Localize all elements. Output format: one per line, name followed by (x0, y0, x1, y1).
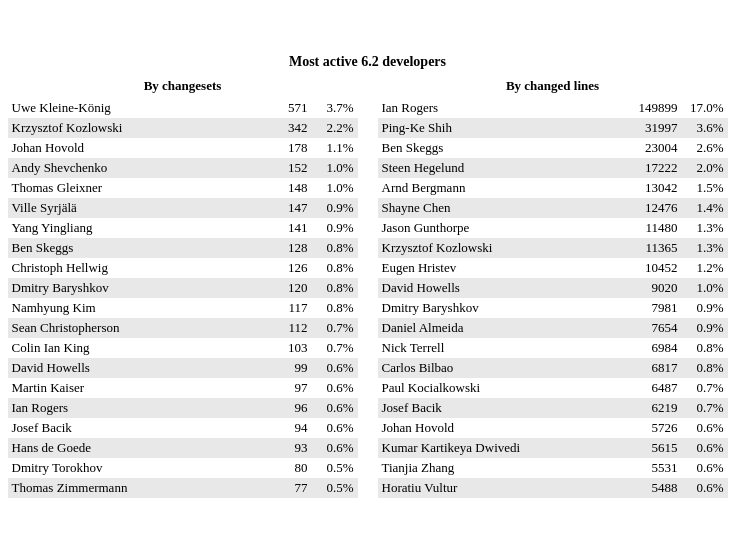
left-row-name: Ben Skeggs (12, 240, 264, 256)
right-row-pct: 1.0% (684, 280, 724, 296)
left-row-pct: 0.6% (314, 360, 354, 376)
left-table-row: Martin Kaiser 97 0.6% (8, 378, 358, 398)
left-row-name: Thomas Gleixner (12, 180, 264, 196)
right-row-count: 5488 (619, 480, 684, 496)
left-row-name: Dmitry Baryshkov (12, 280, 264, 296)
right-row-count: 13042 (619, 180, 684, 196)
left-table-row: Yang Yingliang 141 0.9% (8, 218, 358, 238)
left-row-name: Uwe Kleine-König (12, 100, 264, 116)
left-row-name: Krzysztof Kozlowski (12, 120, 264, 136)
right-row-count: 31997 (619, 120, 684, 136)
left-row-count: 103 (264, 340, 314, 356)
right-table-row: Johan Hovold 5726 0.6% (378, 418, 728, 438)
left-row-pct: 1.1% (314, 140, 354, 156)
right-row-pct: 1.2% (684, 260, 724, 276)
left-row-count: 126 (264, 260, 314, 276)
left-table-row: Josef Bacik 94 0.6% (8, 418, 358, 438)
left-row-count: 117 (264, 300, 314, 316)
left-row-pct: 3.7% (314, 100, 354, 116)
right-header: By changed lines (378, 78, 728, 94)
left-row-pct: 0.6% (314, 440, 354, 456)
right-row-pct: 2.6% (684, 140, 724, 156)
left-row-name: Martin Kaiser (12, 380, 264, 396)
main-container: Most active 6.2 developers By changesets… (8, 44, 728, 508)
right-row-name: Ian Rogers (382, 100, 619, 116)
left-row-count: 96 (264, 400, 314, 416)
right-row-name: Josef Bacik (382, 400, 619, 416)
left-table-row: David Howells 99 0.6% (8, 358, 358, 378)
right-row-pct: 1.5% (684, 180, 724, 196)
left-row-name: David Howells (12, 360, 264, 376)
right-row-pct: 0.7% (684, 380, 724, 396)
right-row-name: David Howells (382, 280, 619, 296)
left-row-name: Dmitry Torokhov (12, 460, 264, 476)
right-table-row: Ping-Ke Shih 31997 3.6% (378, 118, 728, 138)
right-row-name: Ben Skeggs (382, 140, 619, 156)
left-row-pct: 0.7% (314, 340, 354, 356)
right-table-row: Josef Bacik 6219 0.7% (378, 398, 728, 418)
right-table-row: Kumar Kartikeya Dwivedi 5615 0.6% (378, 438, 728, 458)
right-table-row: Arnd Bergmann 13042 1.5% (378, 178, 728, 198)
right-row-count: 6817 (619, 360, 684, 376)
left-row-name: Yang Yingliang (12, 220, 264, 236)
left-row-count: 93 (264, 440, 314, 456)
right-table-row: Dmitry Baryshkov 7981 0.9% (378, 298, 728, 318)
right-row-count: 6984 (619, 340, 684, 356)
right-row-name: Tianjia Zhang (382, 460, 619, 476)
left-row-name: Hans de Goede (12, 440, 264, 456)
left-row-count: 128 (264, 240, 314, 256)
right-row-name: Daniel Almeida (382, 320, 619, 336)
right-row-count: 5726 (619, 420, 684, 436)
left-row-count: 112 (264, 320, 314, 336)
right-row-count: 7981 (619, 300, 684, 316)
right-table-row: Ben Skeggs 23004 2.6% (378, 138, 728, 158)
right-row-name: Horatiu Vultur (382, 480, 619, 496)
right-row-count: 6219 (619, 400, 684, 416)
left-row-count: 141 (264, 220, 314, 236)
right-row-name: Nick Terrell (382, 340, 619, 356)
right-column: By changed lines Ian Rogers 149899 17.0%… (378, 78, 728, 498)
right-row-count: 5531 (619, 460, 684, 476)
left-row-pct: 0.7% (314, 320, 354, 336)
right-row-count: 11480 (619, 220, 684, 236)
left-row-name: Ian Rogers (12, 400, 264, 416)
right-row-name: Jason Gunthorpe (382, 220, 619, 236)
left-table-row: Christoph Hellwig 126 0.8% (8, 258, 358, 278)
right-table-row: Paul Kocialkowski 6487 0.7% (378, 378, 728, 398)
right-table-row: Nick Terrell 6984 0.8% (378, 338, 728, 358)
left-row-pct: 0.9% (314, 200, 354, 216)
left-column: By changesets Uwe Kleine-König 571 3.7% … (8, 78, 358, 498)
left-row-pct: 0.8% (314, 240, 354, 256)
right-row-pct: 1.3% (684, 240, 724, 256)
left-row-name: Sean Christopherson (12, 320, 264, 336)
right-table-row: Ian Rogers 149899 17.0% (378, 98, 728, 118)
left-row-name: Josef Bacik (12, 420, 264, 436)
left-row-name: Thomas Zimmermann (12, 480, 264, 496)
left-row-pct: 2.2% (314, 120, 354, 136)
left-row-pct: 0.5% (314, 480, 354, 496)
left-row-count: 342 (264, 120, 314, 136)
left-row-name: Andy Shevchenko (12, 160, 264, 176)
left-row-name: Colin Ian King (12, 340, 264, 356)
right-row-name: Kumar Kartikeya Dwivedi (382, 440, 619, 456)
left-row-pct: 0.6% (314, 420, 354, 436)
right-table-row: Daniel Almeida 7654 0.9% (378, 318, 728, 338)
left-row-pct: 1.0% (314, 180, 354, 196)
left-row-count: 571 (264, 100, 314, 116)
left-row-count: 97 (264, 380, 314, 396)
left-row-pct: 0.5% (314, 460, 354, 476)
right-table-row: Krzysztof Kozlowski 11365 1.3% (378, 238, 728, 258)
right-row-count: 11365 (619, 240, 684, 256)
left-row-count: 120 (264, 280, 314, 296)
right-table-row: Jason Gunthorpe 11480 1.3% (378, 218, 728, 238)
left-row-name: Ville Syrjälä (12, 200, 264, 216)
right-table-row: Tianjia Zhang 5531 0.6% (378, 458, 728, 478)
right-row-name: Dmitry Baryshkov (382, 300, 619, 316)
right-row-pct: 2.0% (684, 160, 724, 176)
right-row-pct: 0.8% (684, 360, 724, 376)
left-row-name: Johan Hovold (12, 140, 264, 156)
left-row-pct: 0.8% (314, 280, 354, 296)
right-row-count: 23004 (619, 140, 684, 156)
right-row-pct: 0.8% (684, 340, 724, 356)
left-table-row: Ian Rogers 96 0.6% (8, 398, 358, 418)
